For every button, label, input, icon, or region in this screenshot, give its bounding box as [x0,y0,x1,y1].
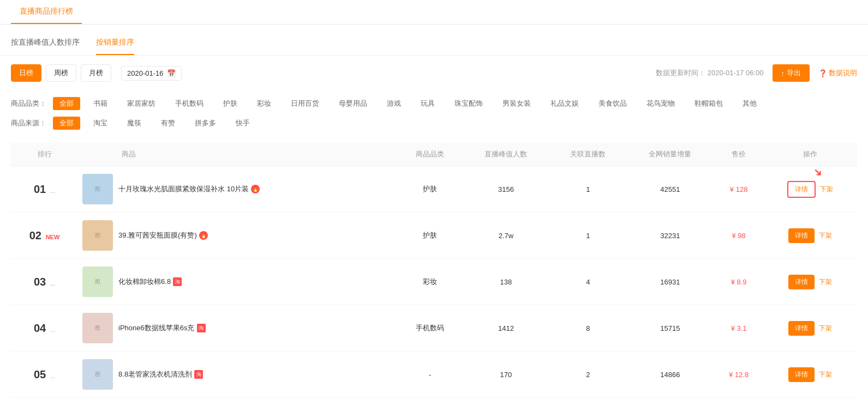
product-name[interactable]: 化妆棉卸妆棉6.8 淘 [118,277,182,287]
table-row: 02 NEW 图 39.雅可茜安瓶面膜(有赞) 🔥 护肤2.7w132231¥ … [11,213,857,259]
upload-icon: ↑ [781,69,785,77]
filter-category-toys[interactable]: 玩具 [414,97,441,110]
filter-category-game[interactable]: 游戏 [380,97,408,110]
export-button[interactable]: ↑ 导出 [773,64,810,82]
filter-category-pets[interactable]: 花鸟宠物 [640,97,681,110]
offshelf-button[interactable]: 下架 [819,324,832,333]
date-value: 2020-01-16 [127,69,164,77]
offshelf-button[interactable]: 下架 [819,277,832,287]
product-name[interactable]: 39.雅可茜安瓶面膜(有赞) 🔥 [118,231,208,240]
rank-number: 01 [34,183,46,195]
rank-number: 02 [29,229,41,241]
product-image: 图 [82,313,113,343]
product-image: 图 [82,359,113,390]
col-rank: 排行 [11,143,78,166]
cell-peak-viewers: 3156 [462,166,550,213]
main-tab[interactable]: 直播商品排行榜 [11,0,82,24]
col-live-count: 关联直播数 [550,143,626,166]
cell-category: - [398,352,462,398]
cell-action: 详情 下架 [763,352,857,398]
filter-category-other[interactable]: 其他 [736,97,763,110]
cell-action: 详情 下架 [763,259,857,305]
rank-badge: ... [50,326,55,333]
filter-category-home[interactable]: 家居家纺 [121,97,162,110]
filter-category-skincare[interactable]: 护肤 [217,97,244,110]
filter-category-baby[interactable]: 母婴用品 [332,97,374,110]
filter-category-digital[interactable]: 手机数码 [169,97,210,110]
cell-live-count: 4 [550,259,626,305]
btn-weekly[interactable]: 周榜 [46,64,76,82]
filter-source-kuaishou[interactable]: 快手 [229,117,256,130]
filter-category-food[interactable]: 美食饮品 [592,97,633,110]
filter-source-all[interactable]: 全部 [53,117,80,130]
toolbar-right: 数据更新时间： 2020-01-17 06:00 ↑ 导出 ❓ 数据说明 [656,64,857,82]
detail-button[interactable]: 详情 [788,321,815,336]
product-cell: 图 十月玫瑰水光肌面膜紧致保湿补水 10片装 🔥 [82,174,394,204]
date-picker[interactable]: 2020-01-16 📅 [121,66,182,81]
price-value: ¥ 3.1 [731,324,747,332]
filter-category-books[interactable]: 书籍 [87,97,114,110]
product-image: 图 [82,174,113,204]
filter-source-mojie[interactable]: 魔筷 [121,117,148,130]
filter-category-daily[interactable]: 日用百货 [284,97,326,110]
table-row: 01 ... 图 十月玫瑰水光肌面膜紧致保湿补水 10片装 🔥 护肤315614… [11,166,857,213]
cell-action: 详情 下架 [763,213,857,259]
col-peak-viewers: 直播峰值人数 [462,143,550,166]
rank-badge: ... [50,280,55,287]
toolbar-left: 日榜 周榜 月榜 2020-01-16 📅 [11,64,182,82]
detail-button[interactable]: 详情 [788,275,815,289]
product-name[interactable]: 8.8老管家洗衣机清洗剂 淘 [118,369,203,379]
product-table: 排行 商品 商品品类 直播峰值人数 关联直播数 全网销量增量 售价 操作 01 … [11,143,857,398]
sort-tabs: 按直播峰值人数排序 按销量排序 [0,25,868,56]
offshelf-button[interactable]: 下架 [819,370,832,379]
product-cell: 图 39.雅可茜安瓶面膜(有赞) 🔥 [82,220,394,251]
price-value: ¥ 128 [730,185,748,193]
data-info-button[interactable]: ❓ 数据说明 [818,68,857,78]
detail-button[interactable]: 详情 [788,367,815,382]
page-wrapper: 直播商品排行榜 按直播峰值人数排序 按销量排序 日榜 周榜 月榜 2020-01… [0,0,868,412]
product-name[interactable]: 十月玫瑰水光肌面膜紧致保湿补水 10片装 🔥 [118,184,260,194]
filter-category-clothing[interactable]: 男装女装 [496,97,537,110]
cell-live-count: 8 [550,305,626,352]
filter-source-pinduoduo[interactable]: 拼多多 [188,117,223,130]
product-name[interactable]: iPhone6数据线苹果6s充 淘 [118,323,205,333]
filter-category-all[interactable]: 全部 [53,97,80,110]
cell-peak-viewers: 138 [462,259,550,305]
source-filter-row: 商品来源： 全部 淘宝 魔筷 有赞 拼多多 快手 [11,117,857,130]
sort-tab-sales[interactable]: 按销量排序 [96,33,134,55]
filter-category-gifts[interactable]: 礼品文娱 [544,97,585,110]
table-wrapper: 排行 商品 商品品类 直播峰值人数 关联直播数 全网销量增量 售价 操作 01 … [0,143,868,409]
cell-rank: 02 NEW [11,213,78,259]
btn-monthly[interactable]: 月榜 [81,64,111,82]
price-value: ¥ 12.8 [729,371,749,379]
filter-source-youzan[interactable]: 有赞 [154,117,182,130]
col-action: 操作 [763,143,857,166]
action-cell: ➜ 详情 下架 [768,181,853,198]
cell-category: 手机数码 [398,305,462,352]
action-cell: 详情 下架 [768,321,853,336]
filter-category-makeup[interactable]: 彩妆 [250,97,278,110]
detail-button[interactable]: 详情 [788,228,815,243]
taobao-icon: 淘 [197,324,206,332]
offshelf-button[interactable]: 下架 [820,185,833,194]
arrow-indicator: ➜ [810,164,826,180]
cell-peak-viewers: 170 [462,352,550,398]
cell-rank: 03 ... [11,259,78,305]
cell-price: ¥ 128 [714,166,763,213]
cell-rank: 04 ... [11,305,78,352]
filter-category-jewelry[interactable]: 珠宝配饰 [448,97,489,110]
table-row: 04 ... 图 iPhone6数据线苹果6s充 淘 手机数码141281571… [11,305,857,352]
offshelf-button[interactable]: 下架 [819,231,832,240]
product-cell: 图 化妆棉卸妆棉6.8 淘 [82,266,394,297]
detail-button[interactable]: 详情 [787,181,816,198]
filter-source-taobao[interactable]: 淘宝 [87,117,114,130]
cell-rank: 01 ... [11,166,78,213]
category-label: 商品品类： [11,99,46,108]
filter-category-bags[interactable]: 鞋帽箱包 [688,97,729,110]
sort-tab-peak[interactable]: 按直播峰值人数排序 [11,33,80,55]
btn-daily[interactable]: 日榜 [11,64,41,82]
cell-sales-growth: 15715 [626,305,715,352]
question-icon: ❓ [818,69,827,77]
cell-action: 详情 下架 [763,305,857,352]
calendar-icon: 📅 [167,69,176,77]
